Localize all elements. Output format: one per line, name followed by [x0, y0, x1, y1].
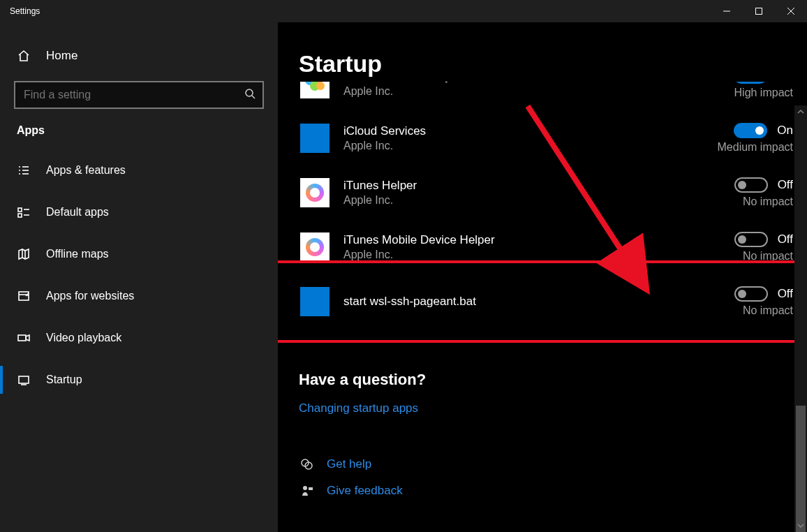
startup-toggle[interactable] [734, 177, 768, 193]
svg-rect-18 [19, 292, 29, 300]
sidebar-item-label: Video playback [46, 332, 121, 344]
sidebar-item-apps-features[interactable]: Apps & features [0, 149, 278, 191]
sidebar-section-label: Apps [0, 124, 278, 137]
sidebar-item-default-apps[interactable]: Default apps [0, 191, 278, 233]
toggle-state-label: Off [778, 178, 793, 192]
toggle-state-label: On [777, 124, 793, 138]
minimize-button[interactable] [711, 0, 743, 22]
help-link-changing-startup[interactable]: Changing startup apps [299, 401, 807, 415]
scroll-up-icon[interactable] [794, 105, 807, 118]
sidebar-item-offline-maps[interactable]: Offline maps [0, 233, 278, 275]
get-help-link[interactable]: Get help [327, 457, 371, 471]
give-feedback-link[interactable]: Give feedback [327, 484, 403, 498]
annotation-highlight [278, 260, 807, 343]
svg-point-4 [246, 89, 253, 96]
svg-marker-21 [26, 335, 29, 341]
startup-toggle[interactable] [734, 232, 768, 247]
app-publisher: Apple Inc. [343, 249, 667, 261]
feedback-icon [299, 484, 316, 498]
sidebar-item-label: Apps for websites [46, 290, 134, 302]
app-icon [300, 232, 330, 262]
search-input[interactable] [24, 89, 244, 101]
startup-toggle[interactable] [734, 123, 767, 138]
app-name: iTunes Mobile Device Helper [343, 233, 667, 247]
impact-label: High impact [681, 87, 793, 99]
app-name: iCloud Services [343, 124, 667, 138]
app-name: iCloud Photo Library [343, 82, 667, 84]
scroll-down-icon[interactable] [794, 519, 807, 532]
app-icon [300, 124, 330, 153]
title-bar: Settings [0, 0, 807, 22]
home-icon [17, 49, 31, 63]
close-button[interactable] [775, 0, 807, 22]
get-help-row[interactable]: Get help [299, 457, 807, 471]
list-icon [17, 163, 31, 177]
svg-point-27 [316, 82, 325, 90]
websites-icon [17, 289, 31, 303]
sidebar-item-label: Default apps [46, 206, 109, 219]
svg-rect-22 [19, 376, 29, 383]
page-title: Startup [299, 50, 807, 77]
sidebar-item-apps-websites[interactable]: Apps for websites [0, 275, 278, 317]
maximize-button[interactable] [743, 0, 775, 22]
video-icon [17, 331, 31, 345]
help-heading: Have a question? [299, 371, 807, 389]
toggle-state-label: Off [778, 232, 793, 246]
sidebar-item-label: Offline maps [46, 248, 109, 260]
toggle-state-label: On [777, 82, 793, 83]
app-icon [300, 178, 330, 207]
search-input-container[interactable] [14, 81, 264, 109]
help-icon [299, 457, 316, 471]
app-publisher: Apple Inc. [343, 140, 667, 152]
startup-toggle[interactable] [734, 82, 767, 84]
impact-label: Medium impact [681, 141, 793, 154]
app-icon [300, 82, 330, 98]
impact-label: No impact [681, 195, 793, 208]
defaults-icon [17, 205, 31, 219]
search-icon [244, 88, 256, 102]
app-publisher: Apple Inc. [343, 85, 667, 98]
scrollbar[interactable] [794, 105, 807, 532]
sidebar: Home Apps Apps & features [0, 22, 278, 532]
startup-item[interactable]: iCloud Photo LibraryApple Inc.OnHigh imp… [299, 82, 801, 111]
sidebar-item-label: Apps & features [46, 164, 126, 177]
sidebar-item-label: Startup [46, 374, 82, 386]
home-nav[interactable]: Home [0, 39, 278, 73]
map-icon [17, 247, 31, 261]
help-section: Have a question? Changing startup apps [299, 371, 807, 415]
startup-icon [17, 373, 31, 387]
sidebar-item-video-playback[interactable]: Video playback [0, 317, 278, 359]
svg-point-30 [303, 486, 307, 490]
svg-rect-20 [18, 335, 26, 341]
home-label: Home [46, 49, 77, 63]
window-title: Settings [0, 6, 40, 16]
app-publisher: Apple Inc. [343, 194, 667, 207]
app-name: iTunes Helper [343, 179, 667, 193]
svg-rect-31 [309, 487, 313, 490]
svg-line-5 [252, 96, 255, 98]
svg-rect-1 [756, 8, 762, 15]
sidebar-item-startup[interactable]: Startup [0, 359, 278, 401]
feedback-row[interactable]: Give feedback [299, 484, 807, 498]
main-panel: Startup iCloud Photo LibraryApple Inc.On… [278, 22, 807, 532]
startup-item[interactable]: iTunes HelperApple Inc.OffNo impact [299, 165, 801, 220]
svg-rect-12 [18, 208, 22, 212]
svg-rect-14 [18, 214, 22, 217]
scroll-thumb[interactable] [796, 406, 806, 532]
startup-item[interactable]: iCloud ServicesApple Inc.OnMedium impact [299, 111, 801, 165]
